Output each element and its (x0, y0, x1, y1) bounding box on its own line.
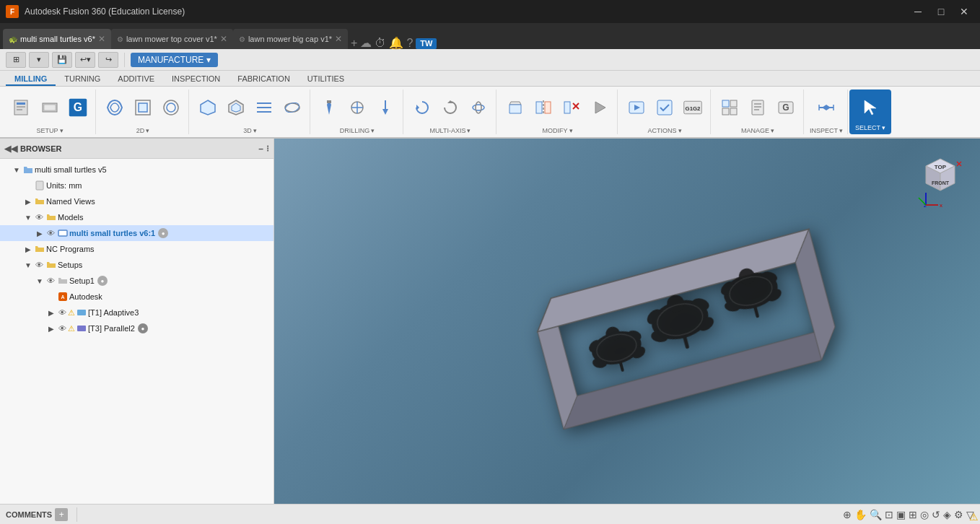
setup-stock-button[interactable] (37, 96, 63, 119)
maximize-button[interactable]: □ (931, 1, 951, 22)
close-button[interactable]: ✕ (954, 1, 974, 22)
tree-item-named-views[interactable]: ▶ Named Views (0, 193, 274, 209)
tree-toggle-setups[interactable]: ▼ (23, 261, 33, 269)
notifications-icon[interactable]: 🔔 (389, 38, 403, 49)
multiaxis-2-button[interactable] (437, 96, 463, 119)
setup-new-button[interactable] (9, 96, 35, 119)
actions-verify-button[interactable] (652, 96, 678, 119)
manufacture-dropdown[interactable]: MANUFACTURE ▾ (131, 53, 218, 67)
tree-item-model1[interactable]: ▶ 👁 multi small turtles v6:1 ● (0, 225, 274, 241)
drilling-button[interactable] (316, 96, 342, 119)
tab-lawn-mower-top[interactable]: ⚙ lawn mower top cover v1* ✕ (111, 29, 233, 49)
minimize-button[interactable]: ─ (908, 1, 928, 22)
2d-contour-button[interactable] (158, 96, 184, 119)
browser-tree: ▼ multi small turtles v5 Units: mm (0, 159, 274, 504)
3d-adaptive-button[interactable] (195, 96, 221, 119)
tree-item-setups[interactable]: ▼ 👁 Setups (0, 257, 274, 273)
snapping-icon[interactable]: ◎ (920, 509, 929, 520)
modify-delete-button[interactable] (559, 96, 585, 119)
inspect-measure-button[interactable] (813, 96, 839, 119)
tree-item-adaptive3[interactable]: ▶ 👁 ⚠ [T1] Adaptive3 (0, 305, 274, 320)
browser-collapse-button[interactable]: ◀◀ (4, 144, 17, 154)
tree-item-autodesk[interactable]: A Autodesk (0, 289, 274, 305)
user-avatar[interactable]: TW (416, 38, 437, 49)
modify-mirror-button[interactable] (530, 96, 556, 119)
tree-item-models[interactable]: ▼ 👁 Models (0, 209, 274, 225)
ribbon-tab-utilities[interactable]: UTILITIES (299, 73, 353, 86)
tab-lawn-mower-cap[interactable]: ⚙ lawn mower big cap v1* ✕ (233, 29, 348, 49)
tree-eye-setups[interactable]: 👁 (33, 261, 45, 269)
tree-item-parallel2[interactable]: ▶ 👁 ⚠ [T3] Parallel2 ● (0, 320, 274, 336)
tree-eye-model1[interactable]: 👁 (45, 229, 56, 237)
ribbon-tab-additive[interactable]: ADDITIVE (109, 73, 163, 86)
tree-eye-setup1[interactable]: 👁 (45, 276, 56, 285)
tree-toggle-adaptive3[interactable]: ▶ (46, 309, 56, 317)
svg-rect-43 (730, 108, 737, 115)
tree-toggle-setup1[interactable]: ▼ (35, 277, 45, 285)
drilling-2-button[interactable] (344, 96, 370, 119)
tree-toggle-model1[interactable]: ▶ (35, 230, 45, 237)
zoom-icon[interactable]: 🔍 (870, 509, 882, 520)
grid-button[interactable]: ⊞ (6, 52, 26, 68)
tab-close-1[interactable]: ✕ (98, 34, 105, 44)
ribbon-tab-fabrication[interactable]: FABRICATION (229, 73, 299, 86)
modify-transform-button[interactable] (502, 96, 528, 119)
multiaxis-1-button[interactable] (409, 96, 435, 119)
display-mode-icon[interactable]: ▣ (896, 509, 906, 520)
cloud-icon[interactable]: ☁ (360, 38, 372, 49)
3d-pocket-button[interactable] (223, 96, 249, 119)
2d-pocket-button[interactable] (130, 96, 156, 119)
canvas-viewport[interactable]: z x TOP FRONT (274, 139, 980, 504)
tree-item-setup1[interactable]: ▼ 👁 Setup1 ● (0, 273, 274, 289)
tab-close-3[interactable]: ✕ (335, 34, 342, 44)
browser-pin-button[interactable]: – (258, 144, 263, 154)
settings-icon[interactable]: ⚙ (954, 509, 963, 520)
browser-options-button[interactable]: ⁝ (266, 144, 269, 154)
tab-multi-small-turtles[interactable]: 🐢 multi small turtles v6* ✕ (3, 29, 111, 49)
tree-item-root[interactable]: ▼ multi small turtles v5 (0, 162, 274, 178)
2d-adaptive-button[interactable] (102, 96, 128, 119)
tree-eye-adaptive3[interactable]: 👁 (56, 308, 68, 317)
tree-toggle-named-views[interactable]: ▶ (23, 198, 33, 206)
tree-eye-models[interactable]: 👁 (33, 213, 45, 222)
zoom-fit-icon[interactable]: ⊡ (885, 509, 893, 520)
render-icon[interactable]: ◈ (943, 509, 951, 520)
manage-g-button[interactable]: G (773, 96, 799, 119)
3d-contour-button[interactable] (279, 96, 305, 119)
multiaxis-3-icon (468, 97, 489, 118)
grid-icon[interactable]: ⊞ (909, 509, 917, 520)
redo-button[interactable]: ↪ (98, 52, 118, 68)
tree-toggle-nc-programs[interactable]: ▶ (23, 245, 33, 253)
statusbar-add-button[interactable]: + (55, 508, 68, 521)
setup-g-button[interactable]: G (65, 96, 91, 119)
select-arrow-button[interactable] (857, 96, 883, 119)
tab-close-2[interactable]: ✕ (220, 34, 227, 44)
actions-nc-button[interactable]: G1G2 (680, 96, 706, 119)
actions-simulate-button[interactable] (624, 96, 649, 119)
ribbon-tab-inspection[interactable]: INSPECTION (163, 73, 229, 86)
rotation-icon[interactable]: ↺ (932, 509, 940, 520)
undo-button[interactable]: ↩▾ (75, 52, 95, 68)
modify-simulate-button[interactable] (587, 96, 613, 119)
help-icon[interactable]: ? (406, 38, 413, 49)
ribbon-tab-milling[interactable]: MILLING (6, 73, 56, 86)
hand-icon[interactable]: ✋ (854, 509, 867, 520)
3d-parallel-button[interactable] (251, 96, 277, 119)
tree-eye-parallel2[interactable]: 👁 (56, 324, 68, 333)
tree-item-units[interactable]: Units: mm (0, 178, 274, 193)
add-tab-button[interactable]: + (351, 38, 357, 49)
multiaxis-3-button[interactable] (465, 96, 491, 119)
cursor-mode-icon[interactable]: ⊕ (843, 509, 852, 520)
save-button[interactable]: 💾 (52, 52, 72, 68)
manage-1-button[interactable] (717, 96, 743, 119)
drilling-3-button[interactable] (372, 96, 398, 119)
history-icon[interactable]: ⏱ (375, 38, 386, 49)
file-button[interactable]: ▾ (29, 52, 49, 68)
tree-toggle-models[interactable]: ▼ (23, 214, 33, 222)
viewcube[interactable]: z x TOP FRONT (915, 153, 966, 204)
tree-toggle-root[interactable]: ▼ (12, 166, 22, 174)
tree-item-nc-programs[interactable]: ▶ NC Programs (0, 241, 274, 257)
ribbon-tab-turning[interactable]: TURNING (56, 73, 109, 86)
manage-2-button[interactable] (745, 96, 771, 119)
tree-toggle-parallel2[interactable]: ▶ (46, 325, 56, 333)
